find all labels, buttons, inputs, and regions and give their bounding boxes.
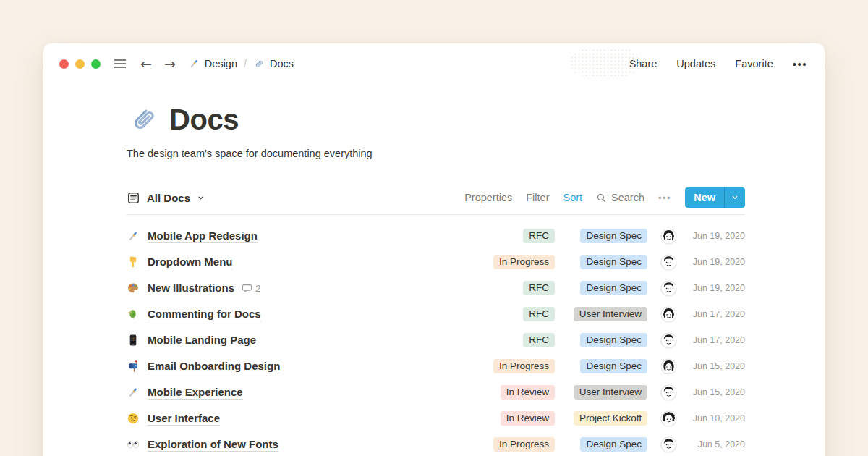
row-date: Jun 17, 2020 [693,309,745,319]
search-button[interactable]: Search [596,192,644,203]
doc-title-link[interactable]: Dropdown Menu [148,255,232,269]
mobile-phone-icon [127,334,140,347]
breadcrumb: Design / Docs [188,58,294,69]
status-tag: In Review [501,411,555,426]
view-toolbar: All Docs Properties Filter Sort Search •… [127,187,745,208]
traffic-lights [59,59,101,69]
history-nav: ← → [140,57,176,71]
palette-icon [127,282,140,295]
toolbar-actions: Properties Filter Sort Search ••• New [464,187,745,208]
avatar-man [660,280,677,297]
doc-title-link[interactable]: User Interface [148,411,220,426]
minimize-window-button[interactable] [75,59,85,69]
search-icon [596,193,607,203]
doc-title-link[interactable]: Commenting for Docs [148,307,261,321]
doc-type-tag: Design Spec [580,255,647,269]
doc-title-link[interactable]: Exploration of New Fonts [148,437,278,452]
status-tag: In Progress [493,359,555,373]
updates-button[interactable]: Updates [676,58,715,69]
avatar-woman-bob [660,358,677,375]
paintbrush-icon [188,58,200,69]
avatar-man [660,436,677,453]
table-row[interactable]: User Interface In Review Project Kickoff… [127,405,745,431]
toolbar-more-button[interactable]: ••• [658,193,671,203]
breadcrumb-separator: / [244,58,247,69]
status-tag: In Progress [493,255,555,269]
comment-indicator: 2 [242,283,261,294]
page-subtitle: The design team's space for documenting … [127,146,745,161]
doc-type-tag: Design Spec [580,437,647,452]
row-date: Jun 10, 2020 [693,413,745,423]
status-tag: RFC [523,229,555,243]
avatar-man [660,254,677,271]
table-row[interactable]: Mobile Landing Page RFC Design Spec Jun … [127,327,745,353]
doc-type-tag: Design Spec [580,229,647,243]
close-window-button[interactable] [59,59,69,69]
doc-title-link[interactable]: Mobile App Redesign [148,229,258,243]
face-raised-eyebrow-icon [127,412,140,425]
toolbar-divider [127,214,745,215]
comment-bubble-icon [242,283,252,294]
table-row[interactable]: Exploration of New Fonts In Progress Des… [127,431,745,456]
new-dropdown-button[interactable] [725,187,745,208]
chevron-down-icon [197,194,205,202]
avatar-woman-headphones [660,228,677,245]
row-date: Jun 19, 2020 [693,231,745,241]
new-button-label[interactable]: New [685,187,724,208]
row-date: Jun 15, 2020 [693,387,745,397]
new-button[interactable]: New [685,187,745,208]
status-tag: RFC [523,333,555,347]
chevron-down-icon [731,193,739,202]
table-row[interactable]: Dropdown Menu In Progress Design Spec Ju… [127,249,745,275]
doc-title-link[interactable]: Email Onboarding Design [148,359,280,373]
doc-type-tag: User Interview [574,385,647,400]
paperclip-icon [127,103,160,136]
parrot-icon [127,308,140,321]
doc-type-tag: Design Spec [580,359,647,373]
paperclip-icon [253,58,265,69]
table-row[interactable]: Mobile Experience In Review User Intervi… [127,379,745,405]
more-options-button[interactable]: ••• [793,58,807,70]
status-tag: In Review [501,385,555,400]
doc-type-tag: Project Kickoff [574,411,647,426]
status-tag: In Progress [493,437,555,452]
filter-button[interactable]: Filter [526,192,549,203]
doc-title-link[interactable]: New Illustrations [148,281,234,295]
page-content: Docs The design team's space for documen… [43,102,825,456]
table-row[interactable]: Email Onboarding Design In Progress Desi… [127,353,745,379]
properties-button[interactable]: Properties [464,192,512,203]
forward-arrow-button[interactable]: → [164,57,176,71]
breadcrumb-item-design[interactable]: Design [188,58,237,69]
avatar-man [660,332,677,349]
doc-title-link[interactable]: Mobile Experience [148,385,243,400]
zoom-window-button[interactable] [91,59,101,69]
avatar-man [660,384,677,401]
back-arrow-button[interactable]: ← [140,57,152,71]
app-window: ← → Design / Docs Share Updates Favorite… [43,43,825,456]
sort-button[interactable]: Sort [563,192,582,203]
table-row[interactable]: New Illustrations 2 RFC Design Spec Jun … [127,275,745,301]
table-row[interactable]: Commenting for Docs RFC User Interview J… [127,301,745,327]
view-selector[interactable]: All Docs [127,191,205,205]
table-row[interactable]: Mobile App Redesign RFC Design Spec Jun … [127,223,745,249]
status-tag: RFC [523,281,555,295]
status-tag: RFC [523,307,555,321]
search-label: Search [611,192,644,203]
row-date: Jun 19, 2020 [693,283,745,293]
doc-type-tag: Design Spec [580,333,647,347]
hamburger-icon [113,56,127,71]
row-date: Jun 5, 2020 [698,439,745,449]
breadcrumb-item-docs[interactable]: Docs [253,58,294,69]
paintbrush-icon [127,386,140,399]
window-header: ← → Design / Docs Share Updates Favorite… [43,43,825,78]
page-title-row: Docs [127,102,745,137]
doc-type-tag: User Interview [574,307,647,321]
avatar-woman-headphones [660,306,677,323]
row-date: Jun 15, 2020 [693,361,745,371]
sidebar-toggle-button[interactable] [113,56,127,71]
favorite-button[interactable]: Favorite [735,58,773,69]
doc-title-link[interactable]: Mobile Landing Page [148,333,256,347]
row-date: Jun 17, 2020 [693,335,745,345]
eyes-icon [127,438,140,451]
paintbrush-icon [127,229,140,242]
